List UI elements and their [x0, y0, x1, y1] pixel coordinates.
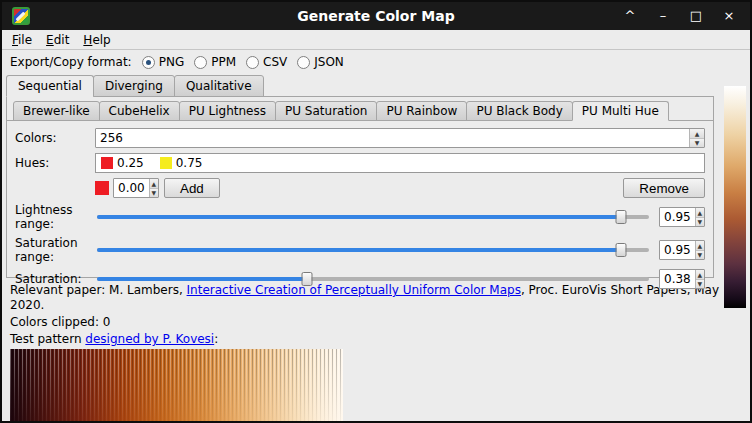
- tab-brewer-like[interactable]: Brewer-like: [13, 101, 100, 121]
- tab-pu-saturation[interactable]: PU Saturation: [275, 101, 377, 121]
- hue-editor-row: 0.00 ▲ ▼ Add Remove: [15, 178, 705, 198]
- spin-down-icon[interactable]: ▼: [690, 139, 704, 148]
- colors-spinbox[interactable]: 256 ▲ ▼: [95, 128, 705, 148]
- radio-png-indicator: [142, 56, 155, 69]
- colors-row: Colors: 256 ▲ ▼: [15, 128, 705, 148]
- hue-editor-value: 0.00: [114, 179, 149, 197]
- hue-value: 0.25: [117, 156, 144, 170]
- lightness-range-value: 0.95: [660, 208, 695, 226]
- minimize-icon[interactable]: –: [656, 9, 670, 23]
- spin-down-icon[interactable]: ▼: [696, 251, 704, 260]
- slider-groove[interactable]: [97, 277, 649, 281]
- colors-value: 256: [96, 129, 689, 147]
- saturation-range-spinbox[interactable]: 0.95 ▲ ▼: [659, 240, 705, 260]
- radio-csv[interactable]: CSV: [246, 55, 287, 69]
- method-tabbar: Brewer-like CubeHelix PU Lightness PU Sa…: [7, 97, 713, 121]
- tab-cubehelix[interactable]: CubeHelix: [99, 101, 180, 121]
- menu-edit[interactable]: Edit: [39, 31, 76, 49]
- slider-handle[interactable]: [301, 272, 312, 286]
- lightness-range-slider[interactable]: [97, 208, 649, 226]
- radio-ppm[interactable]: PPM: [194, 55, 236, 69]
- spin-down-icon[interactable]: ▼: [150, 189, 158, 198]
- slider-fill: [97, 248, 621, 252]
- titlebar[interactable]: Generate Color Map ^ – □ ×: [2, 2, 750, 30]
- hue-color-swatch: [101, 157, 113, 169]
- saturation-range-slider[interactable]: [97, 241, 649, 259]
- hues-label: Hues:: [15, 156, 95, 170]
- slider-groove[interactable]: [97, 215, 649, 219]
- menubar: File Edit Help: [2, 30, 750, 50]
- lightness-range-label: Lightness range:: [15, 203, 95, 231]
- test-pattern-suffix: :: [214, 332, 218, 346]
- export-format-row: Export/Copy format: PNG PPM CSV JSON: [2, 52, 750, 72]
- hues-row: Hues: 0.25 0.75: [15, 153, 705, 173]
- spin-up-icon[interactable]: ▲: [696, 270, 704, 280]
- spin-down-icon[interactable]: ▼: [696, 218, 704, 227]
- saturation-row: Saturation: 0.38 ▲ ▼: [15, 269, 705, 289]
- saturation-range-value: 0.95: [660, 241, 695, 259]
- close-icon[interactable]: ×: [722, 9, 736, 23]
- footer: Relevant paper: M. Lambers, Interactive …: [2, 278, 750, 423]
- maximize-icon[interactable]: □: [689, 9, 703, 23]
- colors-clipped-line: Colors clipped: 0: [10, 315, 742, 330]
- radio-png-label: PNG: [159, 55, 185, 69]
- hue-list-item[interactable]: 0.75: [160, 156, 203, 170]
- hue-color-swatch: [160, 157, 172, 169]
- saturation-label: Saturation:: [15, 272, 95, 286]
- slider-groove[interactable]: [97, 248, 649, 252]
- menu-help[interactable]: Help: [76, 31, 117, 49]
- slider-fill: [97, 215, 621, 219]
- spin-down-icon[interactable]: ▼: [696, 280, 704, 289]
- shade-icon[interactable]: ^: [623, 9, 637, 23]
- hue-list-item[interactable]: 0.25: [101, 156, 144, 170]
- test-pattern-stripes: [10, 349, 343, 423]
- hue-value-spinbox[interactable]: 0.00 ▲ ▼: [113, 178, 159, 198]
- radio-ppm-label: PPM: [211, 55, 236, 69]
- spin-buttons: ▲ ▼: [695, 270, 704, 288]
- add-hue-button[interactable]: Add: [164, 178, 220, 198]
- lightness-range-spinbox[interactable]: 0.95 ▲ ▼: [659, 207, 705, 227]
- slider-handle[interactable]: [616, 243, 627, 257]
- spin-up-icon[interactable]: ▲: [690, 129, 704, 139]
- spin-buttons: ▲ ▼: [695, 241, 704, 259]
- remove-hue-button[interactable]: Remove: [623, 178, 705, 198]
- radio-csv-indicator: [246, 56, 259, 69]
- tab-pu-multi-hue[interactable]: PU Multi Hue: [572, 101, 669, 121]
- menu-file[interactable]: File: [5, 31, 39, 49]
- tab-pu-rainbow[interactable]: PU Rainbow: [376, 101, 467, 121]
- radio-json-indicator: [297, 56, 310, 69]
- hue-spin-buttons: ▲ ▼: [149, 179, 158, 197]
- saturation-range-label: Saturation range:: [15, 236, 95, 264]
- spin-up-icon[interactable]: ▲: [696, 241, 704, 251]
- category-tabbar: Sequential Diverging Qualitative: [2, 75, 750, 97]
- test-pattern-image: [10, 349, 343, 423]
- saturation-spinbox[interactable]: 0.38 ▲ ▼: [659, 269, 705, 289]
- slider-handle[interactable]: [616, 210, 627, 224]
- radio-csv-label: CSV: [263, 55, 287, 69]
- spin-up-icon[interactable]: ▲: [150, 179, 158, 189]
- hue-color-picker-button[interactable]: [95, 181, 109, 195]
- colormap-preview: [724, 86, 746, 308]
- tab-pu-lightness[interactable]: PU Lightness: [179, 101, 276, 121]
- test-pattern-link[interactable]: designed by P. Kovesi: [85, 332, 214, 346]
- radio-png[interactable]: PNG: [142, 55, 185, 69]
- tab-pu-black-body[interactable]: PU Black Body: [466, 101, 572, 121]
- spin-up-icon[interactable]: ▲: [696, 208, 704, 218]
- saturation-value: 0.38: [660, 270, 695, 288]
- radio-json-label: JSON: [314, 55, 344, 69]
- hues-list[interactable]: 0.25 0.75: [95, 153, 705, 173]
- app-window: Generate Color Map ^ – □ × File Edit Hel…: [0, 0, 752, 423]
- sequential-panel: Brewer-like CubeHelix PU Lightness PU Sa…: [6, 96, 714, 278]
- colors-spin-buttons: ▲ ▼: [689, 129, 704, 147]
- tab-sequential[interactable]: Sequential: [6, 75, 94, 97]
- app-icon: [12, 7, 30, 25]
- saturation-slider[interactable]: [97, 270, 649, 288]
- spin-buttons: ▲ ▼: [695, 208, 704, 226]
- radio-ppm-indicator: [194, 56, 207, 69]
- lightness-range-row: Lightness range: 0.95 ▲ ▼: [15, 203, 705, 231]
- tab-diverging[interactable]: Diverging: [93, 75, 175, 97]
- radio-json[interactable]: JSON: [297, 55, 344, 69]
- tab-qualitative[interactable]: Qualitative: [174, 75, 264, 97]
- slider-fill: [97, 277, 307, 281]
- test-pattern-text: Test pattern: [10, 332, 85, 346]
